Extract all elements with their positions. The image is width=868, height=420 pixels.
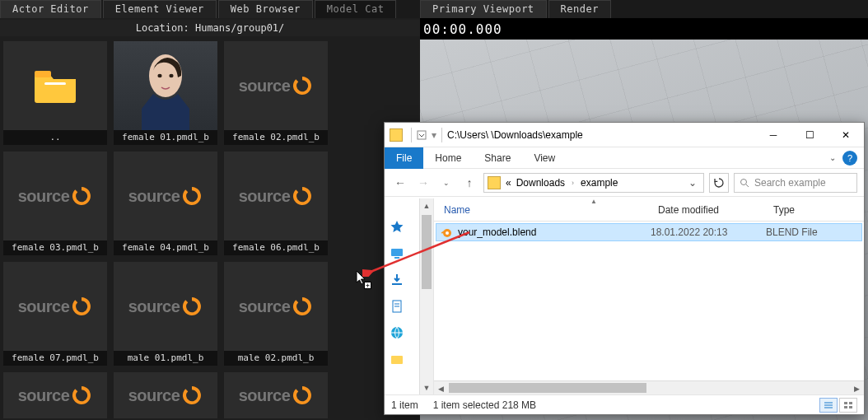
explorer-titlebar[interactable]: ▾ C:\Users\ \Downloads\example ─ ☐ ✕ xyxy=(385,123,864,147)
scroll-right-icon[interactable]: ▶ xyxy=(850,381,864,395)
documents-icon[interactable] xyxy=(390,299,404,314)
search-input[interactable]: Search example xyxy=(734,173,857,193)
up-button[interactable]: ↑ xyxy=(460,174,478,192)
explorer-navpane[interactable]: ▲ ▼ xyxy=(385,198,434,394)
source-logo-icon: source xyxy=(239,185,314,207)
tab-element-viewer[interactable]: Element Viewer xyxy=(103,0,217,18)
quickaccess-icon[interactable] xyxy=(390,220,404,235)
tab-actor-editor[interactable]: Actor Editor xyxy=(0,0,101,18)
scroll-up-icon[interactable]: ▲ xyxy=(420,198,433,212)
horizontal-scrollbar[interactable]: ◀ ▶ xyxy=(434,380,864,394)
grid-item-model[interactable]: source female 03.pmdl_b xyxy=(3,152,107,255)
svg-rect-5 xyxy=(418,131,426,139)
maximize-button[interactable]: ☐ xyxy=(791,123,828,147)
ribbon-share[interactable]: Share xyxy=(473,147,522,169)
minimize-button[interactable]: ─ xyxy=(755,123,791,147)
file-type: BLEND File xyxy=(766,226,848,238)
grid-item-parent-folder[interactable]: .. xyxy=(3,41,107,145)
grid-item-model[interactable]: source male 01.pmdl_b xyxy=(114,262,217,366)
grid-item-model[interactable]: source female 07.pmdl_b xyxy=(3,262,107,366)
explorer-title: C:\Users\ \Downloads\example xyxy=(447,129,755,141)
sort-indicator-icon: ▲ xyxy=(590,198,597,205)
grid-item-model[interactable]: source xyxy=(3,372,107,418)
downloads-icon[interactable] xyxy=(390,273,404,287)
folder-icon xyxy=(488,176,501,189)
drive-folder-icon[interactable] xyxy=(390,352,404,366)
column-headers[interactable]: ▲ Name Date modified Type xyxy=(434,198,864,222)
scrollbar-thumb[interactable] xyxy=(422,215,432,289)
grid-item-model[interactable]: source female 06.pmdl_b xyxy=(224,152,328,255)
svg-rect-1 xyxy=(44,82,66,85)
breadcrumb-item[interactable]: Downloads xyxy=(516,177,565,189)
grid-item-model[interactable]: source male 02.pmdl_b xyxy=(224,262,328,366)
column-name[interactable]: Name xyxy=(434,204,648,216)
svg-point-6 xyxy=(741,179,747,184)
grid-item-label: male 01.pmdl_b xyxy=(114,351,217,366)
svg-rect-25 xyxy=(849,406,852,408)
tab-web-browser[interactable]: Web Browser xyxy=(218,0,313,18)
grid-item-model[interactable]: source xyxy=(114,372,217,418)
view-icons-button[interactable] xyxy=(839,398,857,413)
dropdown-icon[interactable] xyxy=(417,130,427,140)
tab-model-catalog[interactable]: Model Cat xyxy=(315,0,397,18)
location-label: Location: xyxy=(136,22,195,34)
grid-item-model[interactable]: source female 04.pmdl_b xyxy=(114,152,217,255)
grid-item-model[interactable]: source xyxy=(224,372,328,418)
grid-item-model[interactable]: female 01.pmdl_b xyxy=(114,41,217,145)
model-catalog-panel: Actor Editor Element Viewer Web Browser … xyxy=(0,0,420,420)
location-bar: Location: Humans/group01/ xyxy=(0,20,420,36)
explorer-filelist: ▲ Name Date modified Type your_model.ble… xyxy=(434,198,864,394)
svg-rect-24 xyxy=(844,406,847,408)
column-type[interactable]: Type xyxy=(763,204,846,216)
ribbon-file[interactable]: File xyxy=(385,147,423,169)
tab-render[interactable]: Render xyxy=(548,0,611,18)
ribbon-home[interactable]: Home xyxy=(423,147,473,169)
grid-item-label: female 03.pmdl_b xyxy=(3,240,107,255)
grid-item-label: female 04.pmdl_b xyxy=(114,240,217,255)
timecode: 00:00.000 xyxy=(423,21,502,37)
grid-item-label: female 06.pmdl_b xyxy=(224,240,328,255)
source-logo-icon: source xyxy=(18,385,93,406)
scroll-left-icon[interactable]: ◀ xyxy=(434,381,448,395)
location-value: Humans/group01/ xyxy=(195,22,284,34)
search-icon xyxy=(740,178,749,188)
scrollbar-thumb[interactable] xyxy=(449,383,646,393)
file-explorer-window[interactable]: ▾ C:\Users\ \Downloads\example ─ ☐ ✕ Fil… xyxy=(384,122,865,415)
tab-primary-viewport[interactable]: Primary Viewport xyxy=(420,0,547,18)
folder-icon xyxy=(33,68,77,104)
svg-rect-15 xyxy=(391,356,403,364)
ribbon-view[interactable]: View xyxy=(522,147,567,169)
blender-file-icon xyxy=(436,226,456,239)
refresh-button[interactable] xyxy=(709,173,729,193)
close-button[interactable]: ✕ xyxy=(828,123,864,147)
source-logo-icon: source xyxy=(239,385,314,406)
column-date[interactable]: Date modified xyxy=(648,204,763,216)
source-logo-icon: source xyxy=(18,185,93,207)
back-button[interactable]: ← xyxy=(391,174,409,192)
network-icon[interactable] xyxy=(390,325,404,340)
source-logo-icon: source xyxy=(239,75,314,96)
svg-rect-10 xyxy=(392,283,402,285)
grid-item-model[interactable]: source female 02.pmdl_b xyxy=(224,41,328,145)
scroll-down-icon[interactable]: ▼ xyxy=(420,380,433,394)
navpane-scrollbar[interactable]: ▲ ▼ xyxy=(419,198,433,394)
breadcrumb-dropdown[interactable]: ⌄ xyxy=(688,177,700,189)
history-dropdown[interactable]: ⌄ xyxy=(437,174,455,192)
left-tabs: Actor Editor Element Viewer Web Browser … xyxy=(0,0,420,18)
desktop-icon[interactable] xyxy=(390,246,404,261)
expand-ribbon-icon[interactable]: ⌄ xyxy=(829,153,836,162)
address-bar[interactable]: « Downloads › example ⌄ xyxy=(483,173,704,193)
forward-button[interactable]: → xyxy=(414,174,432,192)
explorer-ribbon: File Home Share View ⌄ ? xyxy=(385,147,864,169)
file-row[interactable]: your_model.blend 18.01.2022 20:13 BLEND … xyxy=(436,223,862,241)
model-thumbnail xyxy=(114,41,217,130)
view-details-button[interactable] xyxy=(819,398,838,413)
svg-line-7 xyxy=(746,184,749,187)
chevron-right-icon[interactable]: › xyxy=(572,179,574,187)
help-icon[interactable]: ? xyxy=(842,151,857,166)
svg-rect-9 xyxy=(394,257,399,259)
right-tabs: Primary Viewport Render xyxy=(420,0,868,18)
breadcrumb-item[interactable]: example xyxy=(581,177,618,189)
grid-item-label: male 02.pmdl_b xyxy=(224,351,328,366)
source-logo-icon: source xyxy=(239,296,314,317)
